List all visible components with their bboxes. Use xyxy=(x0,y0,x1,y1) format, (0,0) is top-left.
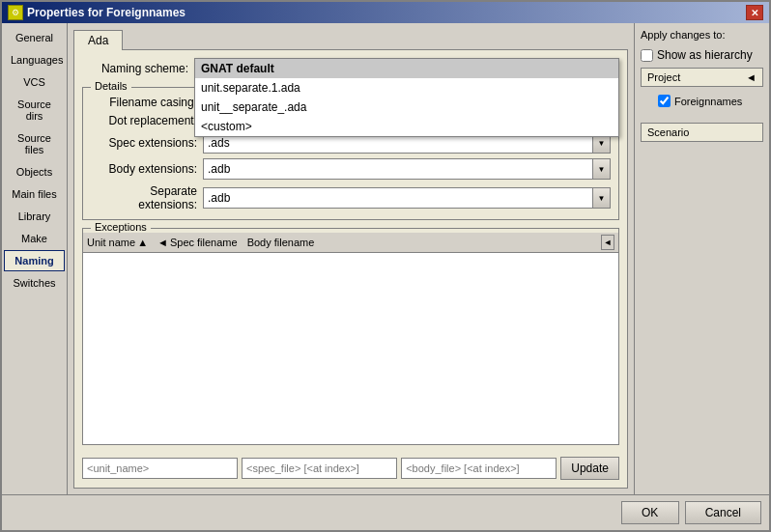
sidebar-item-languages[interactable]: Languages xyxy=(4,49,65,70)
sidebar-item-main-files[interactable]: Main files xyxy=(4,183,65,205)
sidebar-item-objects[interactable]: Objects xyxy=(4,161,65,182)
show-hierarchy-label: Show as hierarchy xyxy=(657,48,753,62)
project-header: Project ◄ xyxy=(641,68,763,87)
sidebar-item-source-files[interactable]: Source files xyxy=(4,127,65,160)
cancel-button[interactable]: Cancel xyxy=(685,501,761,524)
sidebar-item-source-dirs[interactable]: Source dirs xyxy=(4,94,65,126)
window-body: General Languages VCS Source dirs Source… xyxy=(2,23,769,494)
sidebar-item-make[interactable]: Make xyxy=(4,228,65,249)
project-scroll-icon: ◄ xyxy=(746,71,757,83)
tab-bar: Ada xyxy=(73,29,628,49)
title-bar: ⚙ Properties for Foreignnames ✕ xyxy=(2,2,769,23)
body-extensions-row: Body extensions: ▼ xyxy=(91,158,611,180)
exceptions-header: Unit name ▲ ◄ Spec filename Body filenam… xyxy=(83,233,618,253)
sidebar-item-naming[interactable]: Naming xyxy=(4,250,65,271)
foreignnames-label: Foreignnames xyxy=(674,96,742,107)
body-extensions-label: Body extensions: xyxy=(91,162,197,176)
exceptions-body xyxy=(83,253,618,444)
update-button[interactable]: Update xyxy=(560,457,619,480)
sidebar-item-library[interactable]: Library xyxy=(4,206,65,227)
apply-changes-label: Apply changes to: xyxy=(641,29,763,41)
bottom-inputs: Update xyxy=(82,453,619,480)
col-body-filename[interactable]: Body filename xyxy=(247,237,315,248)
body-extensions-input[interactable] xyxy=(203,158,593,180)
separate-extensions-dropdown-btn[interactable]: ▼ xyxy=(593,187,611,209)
scenario-section: Scenario xyxy=(641,123,763,142)
project-label: Project xyxy=(647,71,680,83)
show-hierarchy-row: Show as hierarchy xyxy=(641,48,763,62)
sidebar: General Languages VCS Source dirs Source… xyxy=(2,23,68,494)
dropdown-item-separate2[interactable]: unit__separate_.ada xyxy=(195,98,618,117)
dot-replacement-label: Dot replacement: xyxy=(91,114,197,127)
naming-scheme-dropdown: GNAT default unit.separate.1.ada unit__s… xyxy=(194,58,619,137)
right-panel: Apply changes to: Show as hierarchy Proj… xyxy=(634,23,769,494)
body-extensions-control: ▼ xyxy=(203,158,611,180)
exceptions-scroll-right[interactable]: ◄ xyxy=(601,235,614,250)
naming-scheme-label: Naming scheme: xyxy=(82,62,188,75)
show-hierarchy-checkbox[interactable] xyxy=(641,49,653,62)
ok-button[interactable]: OK xyxy=(621,501,679,524)
sidebar-item-switches[interactable]: Switches xyxy=(4,272,65,294)
tab-content: Naming scheme: ▼ GNAT default unit.separ… xyxy=(73,49,628,489)
separate-extensions-label: Separate extensions: xyxy=(91,184,197,211)
exceptions-title: Exceptions xyxy=(91,221,151,233)
spec-file-input[interactable] xyxy=(242,458,397,479)
window-title: Properties for Foreignnames xyxy=(27,6,186,19)
filename-casing-label: Filename casing: xyxy=(91,96,197,109)
dropdown-item-custom[interactable]: <custom> xyxy=(195,117,618,136)
body-extensions-dropdown-btn[interactable]: ▼ xyxy=(593,158,611,180)
title-bar-left: ⚙ Properties for Foreignnames xyxy=(8,5,186,20)
separate-extensions-control: ▼ xyxy=(203,187,611,209)
sidebar-item-general[interactable]: General xyxy=(4,27,65,48)
naming-scheme-row: Naming scheme: ▼ GNAT default unit.separ… xyxy=(82,58,619,79)
col-unit-name[interactable]: Unit name ▲ xyxy=(87,237,148,248)
main-content: Ada Naming scheme: ▼ GNAT default unit.s… xyxy=(68,23,634,494)
window-icon: ⚙ xyxy=(8,5,23,20)
col-spec-filename[interactable]: ◄ Spec filename xyxy=(157,237,238,248)
tab-ada[interactable]: Ada xyxy=(73,30,123,50)
unit-name-input[interactable] xyxy=(82,458,238,479)
main-window: ⚙ Properties for Foreignnames ✕ General … xyxy=(0,0,771,532)
body-file-input[interactable] xyxy=(401,458,557,479)
close-button[interactable]: ✕ xyxy=(746,5,763,20)
foreignnames-checkbox[interactable] xyxy=(658,95,671,107)
dropdown-item-gnat[interactable]: GNAT default xyxy=(195,59,618,78)
scenario-label: Scenario xyxy=(647,126,689,138)
sidebar-item-vcs[interactable]: VCS xyxy=(4,71,65,93)
separate-extensions-input[interactable] xyxy=(203,187,593,209)
footer: OK Cancel xyxy=(2,494,769,530)
separate-extensions-row: Separate extensions: ▼ xyxy=(91,184,611,211)
exceptions-group: Exceptions Unit name ▲ ◄ Spec filename B… xyxy=(82,228,619,445)
spec-extensions-label: Spec extensions: xyxy=(91,136,197,150)
tree-item-foreignnames: Foreignnames xyxy=(641,93,763,109)
details-title: Details xyxy=(91,80,131,92)
dropdown-item-separate1[interactable]: unit.separate.1.ada xyxy=(195,78,618,98)
